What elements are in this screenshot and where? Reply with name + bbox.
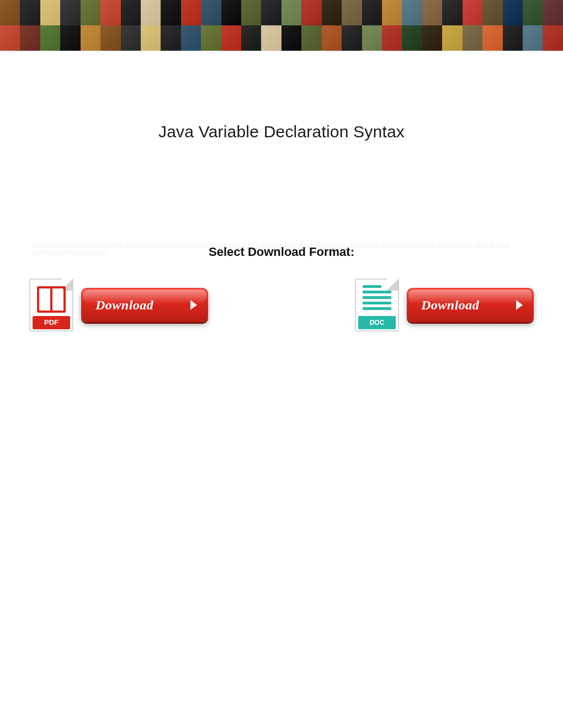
banner-tile xyxy=(523,0,543,25)
banner-tile xyxy=(221,0,241,25)
page-title: Java Variable Declaration Syntax xyxy=(0,122,563,141)
banner-tile xyxy=(301,0,321,25)
arrow-right-icon xyxy=(516,300,523,310)
banner-tile xyxy=(241,25,261,51)
banner-tile xyxy=(181,0,201,25)
banner-tile xyxy=(221,25,241,51)
banner-tile xyxy=(161,0,180,25)
banner-tile xyxy=(60,0,80,25)
banner-tile xyxy=(442,25,462,51)
banner-tile xyxy=(503,0,523,25)
banner-tile xyxy=(201,25,221,51)
banner-row-1 xyxy=(0,0,563,25)
banner-tile xyxy=(282,0,301,25)
banner-tile xyxy=(422,0,442,25)
download-pdf-button[interactable]: Download xyxy=(81,288,208,322)
pdf-download-group: PDF Download xyxy=(29,279,208,331)
download-doc-button[interactable]: Download xyxy=(407,288,534,322)
banner-tile xyxy=(342,0,362,25)
banner-tile xyxy=(0,0,20,25)
banner-tile xyxy=(482,0,502,25)
banner-tile xyxy=(463,25,482,51)
banner-tile xyxy=(261,0,281,25)
doc-icon-label: DOC xyxy=(358,316,396,329)
banner-tile xyxy=(20,0,40,25)
banner-tile xyxy=(382,0,402,25)
banner-tile xyxy=(40,25,60,51)
header-collage-banner xyxy=(0,0,563,51)
banner-tile xyxy=(181,25,201,51)
banner-tile xyxy=(322,0,342,25)
banner-tile xyxy=(543,0,562,25)
download-options: PDF Download DOC Download xyxy=(29,279,534,331)
banner-tile xyxy=(482,25,502,51)
banner-tile xyxy=(0,25,20,51)
banner-tile xyxy=(81,25,100,51)
banner-tile xyxy=(141,25,161,51)
pdf-file-icon: PDF xyxy=(29,279,73,331)
banner-tile xyxy=(20,25,40,51)
banner-tile xyxy=(141,0,161,25)
banner-tile xyxy=(382,25,402,51)
banner-tile xyxy=(241,0,261,25)
banner-tile xyxy=(301,25,321,51)
banner-tile xyxy=(523,25,543,51)
banner-tile xyxy=(201,0,221,25)
banner-tile xyxy=(161,25,180,51)
banner-tile xyxy=(60,25,80,51)
banner-tile xyxy=(282,25,301,51)
banner-tile xyxy=(402,25,422,51)
banner-tile xyxy=(503,25,523,51)
banner-tile xyxy=(543,25,562,51)
download-button-label: Download xyxy=(95,298,153,313)
banner-row-2 xyxy=(0,25,563,51)
banner-tile xyxy=(100,0,120,25)
banner-tile xyxy=(342,25,362,51)
banner-tile xyxy=(402,0,422,25)
banner-tile xyxy=(442,0,462,25)
banner-tile xyxy=(463,0,482,25)
doc-download-group: DOC Download xyxy=(355,279,534,331)
banner-tile xyxy=(81,0,100,25)
banner-tile xyxy=(362,25,382,51)
doc-file-icon: DOC xyxy=(355,279,399,331)
banner-tile xyxy=(362,0,382,25)
banner-tile xyxy=(261,25,281,51)
banner-tile xyxy=(121,25,141,51)
select-download-format-label: Select Download Format: xyxy=(0,245,563,259)
banner-tile xyxy=(422,25,442,51)
arrow-right-icon xyxy=(190,300,197,310)
banner-tile xyxy=(121,0,141,25)
download-button-label: Download xyxy=(421,298,479,313)
pdf-icon-label: PDF xyxy=(33,316,70,329)
banner-tile xyxy=(322,25,342,51)
banner-tile xyxy=(40,0,60,25)
banner-tile xyxy=(100,25,120,51)
